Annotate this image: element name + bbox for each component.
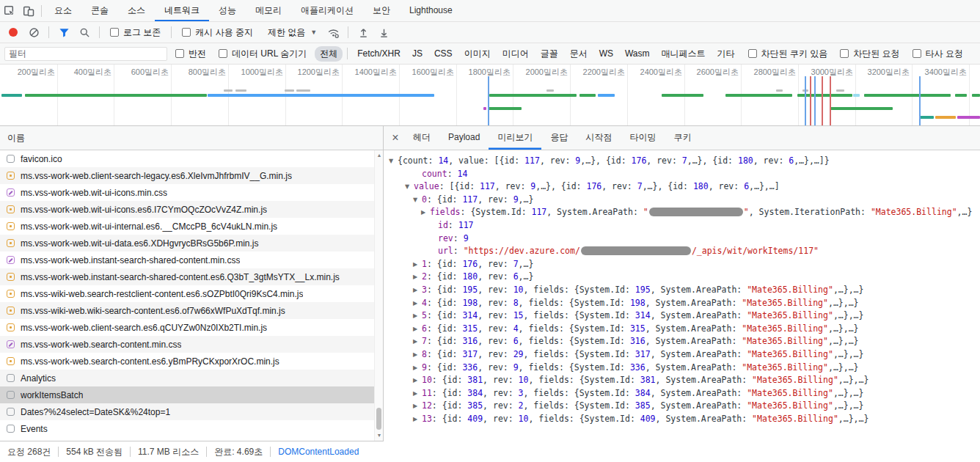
- expand-toggle-icon[interactable]: ▶: [413, 297, 422, 310]
- main-tab-network[interactable]: 네트워크: [155, 0, 209, 21]
- device-toolbar-icon[interactable]: [19, 1, 38, 21]
- expand-toggle-icon[interactable]: ▼: [389, 155, 398, 168]
- expand-toggle-icon[interactable]: ▶: [413, 271, 422, 284]
- main-tab-console[interactable]: 콘솔: [81, 0, 118, 21]
- request-row[interactable]: ms.vss-work-web.search-content.min.css: [0, 336, 383, 353]
- overview-tick-label: 200밀리초: [10, 67, 55, 78]
- request-row[interactable]: ms.vss-wiki-web.search-restclient-conten…: [0, 285, 383, 302]
- inspect-element-icon[interactable]: [0, 1, 19, 21]
- details-tab-payload[interactable]: Payload: [439, 126, 489, 150]
- import-har-button[interactable]: [354, 23, 372, 41]
- type-filter-js[interactable]: JS: [407, 47, 428, 60]
- type-filter-other[interactable]: 기타: [712, 46, 740, 62]
- expand-toggle-icon[interactable]: ▶: [421, 206, 430, 219]
- request-row[interactable]: ms.vss-work-web.wit-ui-icons.es6.I7CYmOQ…: [0, 201, 383, 218]
- scrollbar-thumb[interactable]: [376, 408, 381, 430]
- main-tab-application[interactable]: 애플리케이션: [291, 0, 363, 21]
- preserve-log-checkbox[interactable]: [110, 28, 119, 37]
- divider: [41, 5, 42, 17]
- request-row[interactable]: Events: [0, 420, 383, 437]
- type-filter-img[interactable]: 이미지: [459, 46, 496, 62]
- expand-toggle-icon[interactable]: ▶: [413, 258, 422, 271]
- expand-toggle-icon[interactable]: ▶: [413, 284, 422, 297]
- request-row[interactable]: ms.vss-work-web.client-search.es6.qCUYZw…: [0, 319, 383, 336]
- details-tab-cookies[interactable]: 쿠키: [665, 126, 700, 150]
- scroll-up-icon[interactable]: ▲: [375, 151, 383, 160]
- filter-toggle-button[interactable]: [55, 23, 73, 41]
- blocked-requests-checkbox[interactable]: [840, 49, 849, 58]
- request-row[interactable]: Dates?%24select=DateSK&%24top=1: [0, 403, 383, 420]
- network-overview[interactable]: 200밀리초400밀리초600밀리초800밀리초1000밀리초1200밀리초14…: [0, 65, 980, 126]
- details-tab-initiator[interactable]: 시작점: [577, 126, 621, 150]
- details-tab-response[interactable]: 응답: [541, 126, 577, 150]
- expand-toggle-icon[interactable]: ▶: [413, 374, 422, 387]
- close-details-icon[interactable]: ×: [387, 129, 404, 147]
- blocked-cookies-checkbox[interactable]: [748, 49, 757, 58]
- details-tab-headers[interactable]: 헤더: [404, 126, 439, 150]
- throttling-select[interactable]: 제한 없음 ▼: [263, 26, 321, 39]
- record-button[interactable]: [4, 23, 22, 41]
- main-tab-memory[interactable]: 메모리: [246, 0, 291, 21]
- type-filter-css[interactable]: CSS: [429, 47, 458, 60]
- json-token: , fields: {System.Id:: [519, 336, 630, 346]
- json-token: 10: [422, 375, 432, 385]
- expand-toggle-icon[interactable]: ▶: [413, 387, 422, 400]
- request-row[interactable]: favicon.ico: [0, 150, 383, 167]
- main-tab-sources[interactable]: 소스: [118, 0, 155, 21]
- js-file-icon: [7, 273, 15, 281]
- resources-size: 11.7 MB 리소스: [138, 446, 199, 458]
- expand-toggle-icon[interactable]: ▼: [405, 180, 414, 194]
- request-row[interactable]: ms.vss-work-web.instant-search-shared-co…: [0, 268, 383, 285]
- export-har-button[interactable]: [375, 23, 392, 41]
- type-filter-fetch-xhr[interactable]: Fetch/XHR: [352, 47, 406, 60]
- type-filter-wasm[interactable]: Wasm: [620, 47, 655, 60]
- type-filter-font[interactable]: 글꼴: [535, 46, 563, 62]
- scroll-down-icon[interactable]: ▼: [375, 431, 383, 440]
- type-filter-media[interactable]: 미디어: [497, 46, 534, 62]
- request-row[interactable]: ms.vss-work-web.wit-ui-data.es6.XDHgvryc…: [0, 235, 383, 252]
- json-token: ,…},…}: [828, 336, 859, 346]
- expand-toggle-icon[interactable]: ▶: [413, 362, 422, 375]
- name-column-header[interactable]: 이름: [0, 126, 383, 150]
- expand-toggle-icon[interactable]: ▶: [413, 335, 422, 348]
- filter-input[interactable]: [4, 47, 167, 61]
- details-tab-timing[interactable]: 타이밍: [621, 126, 665, 150]
- search-button[interactable]: [76, 23, 93, 41]
- request-row[interactable]: ms.vss-wiki-web.wiki-search-content.es6.…: [0, 302, 383, 319]
- request-row[interactable]: ms.vss-work-web.wit-ui-internal.es6.__CM…: [0, 218, 383, 235]
- expand-toggle-icon[interactable]: ▶: [413, 323, 422, 336]
- redacted-blob: [581, 246, 691, 255]
- request-row[interactable]: ms.vss-work-web.instant-search-shared-co…: [0, 252, 383, 268]
- waterfall-bar: [224, 89, 233, 92]
- type-filter-all[interactable]: 전체: [315, 46, 343, 62]
- json-token: , System.AreaPath:: [656, 375, 753, 385]
- type-filter-ws[interactable]: WS: [594, 47, 618, 60]
- overview-tick-label: 3400밀리초: [921, 67, 967, 78]
- expand-toggle-icon[interactable]: ▶: [413, 348, 422, 362]
- type-filter-manifest[interactable]: 매니페스트: [657, 46, 711, 62]
- main-tab-security[interactable]: 보안: [363, 0, 400, 21]
- third-party-checkbox[interactable]: [913, 49, 921, 58]
- request-row[interactable]: workItemsBatch: [0, 386, 383, 403]
- expand-toggle-icon[interactable]: ▶: [413, 400, 422, 413]
- details-tab-preview[interactable]: 미리보기: [489, 126, 541, 150]
- main-tab-lighthouse[interactable]: Lighthouse: [400, 0, 462, 21]
- expand-toggle-icon[interactable]: ▶: [413, 309, 422, 323]
- disable-cache-checkbox[interactable]: [182, 28, 191, 37]
- json-token: 10: [513, 285, 524, 295]
- request-row[interactable]: ms.vss-work-web.search-content.es6.yBmPR…: [0, 353, 383, 370]
- type-filter-doc[interactable]: 문서: [565, 46, 593, 62]
- main-tab-elements[interactable]: 요소: [45, 0, 81, 21]
- request-row[interactable]: Analytics: [0, 370, 383, 386]
- request-row[interactable]: ms.vss-work-web.wit-ui-icons.min.css: [0, 184, 383, 201]
- network-conditions-button[interactable]: [324, 23, 342, 41]
- hide-data-urls-checkbox[interactable]: [219, 49, 227, 58]
- clear-button[interactable]: [25, 23, 43, 41]
- list-scrollbar[interactable]: ▲▼: [374, 150, 383, 441]
- main-tab-performance[interactable]: 성능: [209, 0, 246, 21]
- invert-checkbox[interactable]: [175, 49, 184, 58]
- js-file-icon: [7, 205, 15, 213]
- expand-toggle-icon[interactable]: ▶: [413, 413, 422, 426]
- expand-toggle-icon[interactable]: ▼: [413, 194, 422, 207]
- request-row[interactable]: ms.vss-work-web.client-search-legacy.es6…: [0, 167, 383, 184]
